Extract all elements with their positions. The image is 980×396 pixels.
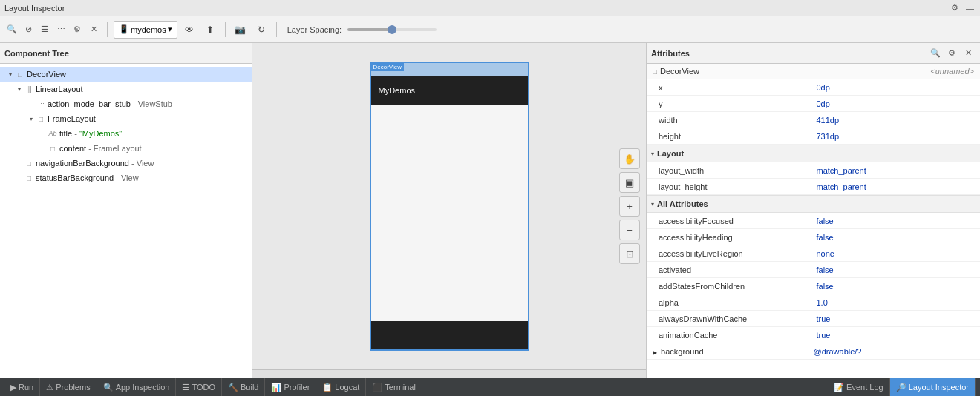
expand-icon[interactable]: ⋯ (53, 22, 68, 37)
all-attrs-section-header[interactable]: ▾ All Attributes (647, 195, 980, 213)
status-profiler-label: Profiler (284, 383, 310, 392)
status-event-log-label: Event Log (846, 383, 883, 392)
main-container: 🔍 ⊘ ☰ ⋯ ⚙ ✕ 📱 mydemos ▾ 👁 ⬆ 📷 ↻ Layer Sp… (0, 16, 980, 396)
attr-settings-btn[interactable]: ⚙ (944, 46, 959, 61)
status-todo[interactable]: ☰ TODO (176, 378, 222, 396)
export-icon[interactable]: ⬆ (201, 21, 219, 39)
tree-arrow-decorview[interactable]: ▾ (6, 70, 15, 79)
status-problems[interactable]: ⚠ Problems (40, 378, 97, 396)
background-expand-arrow[interactable]: ▶ (653, 349, 657, 356)
tree-label-content: content - FrameLayout (59, 144, 142, 153)
status-event-log[interactable]: 📝 Event Log (828, 378, 890, 396)
tree-arrow-content (39, 144, 48, 153)
attr-value-a11y-live: none (817, 249, 975, 258)
component-tree-panel: Component Tree ▾ □ DecorView ▾ ||| Linea… (0, 43, 252, 378)
layout-inspector-icon: 🔎 (896, 383, 906, 392)
search-icon[interactable]: 🔍 (4, 22, 19, 37)
device-viewport[interactable]: DecorView MyDemos ✋ ▣ + − ⊡ (252, 43, 646, 369)
attr-value-layout-height: match_parent (817, 182, 975, 191)
zoom-out-btn[interactable]: − (619, 220, 640, 240)
status-profiler[interactable]: 📊 Profiler (265, 378, 316, 396)
attr-name-width: width (653, 116, 817, 125)
tree-arrow-framelayout[interactable]: ▾ (27, 114, 36, 123)
status-bar: ▶ Run ⚠ Problems 🔍 App Inspection ☰ TODO… (0, 378, 980, 396)
tree-item-title[interactable]: Ab title - "MyDemos" (0, 126, 252, 141)
tree-item-content[interactable]: □ content - FrameLayout (0, 141, 252, 156)
status-terminal[interactable]: ⬛ Terminal (366, 378, 422, 396)
tree-arrow-navbar-bg (15, 159, 24, 168)
tree-arrow-linearlayout[interactable]: ▾ (15, 85, 24, 93)
layout-section-header[interactable]: ▾ Layout (647, 145, 980, 162)
tree-item-decorview[interactable]: ▾ □ DecorView (0, 67, 252, 82)
title-bar-title: Layout Inspector (4, 4, 65, 13)
side-tools: ✋ ▣ + − ⊡ (619, 148, 640, 264)
attr-view-unnamed: <unnamed> (930, 67, 974, 76)
pan-tool-btn[interactable]: ✋ (619, 148, 640, 169)
status-logcat[interactable]: 📋 Logcat (316, 378, 366, 396)
all-attrs-arrow: ▾ (651, 201, 654, 208)
device-dropdown[interactable]: 📱 mydemos ▾ (114, 21, 177, 39)
separator-1 (107, 22, 108, 37)
profiler-icon: 📊 (271, 383, 281, 392)
snapshot-icon[interactable]: 📷 (232, 21, 249, 39)
all-attrs-section-title: All Attributes (657, 199, 708, 208)
tree-icon-content: □ (48, 143, 58, 154)
tree-arrow-stub (27, 99, 36, 108)
device-highlight-label: DecorView (371, 63, 405, 71)
run-icon: ▶ (10, 383, 16, 392)
attr-name-a11y-focused: accessibilityFocused (653, 217, 817, 225)
sort-icon[interactable]: ☰ (37, 22, 52, 37)
attr-view-icon: □ (653, 67, 657, 76)
filter-icon[interactable]: ⊘ (21, 22, 36, 37)
tree-item-linearlayout[interactable]: ▾ ||| LinearLayout (0, 82, 252, 96)
attr-row-layout-width: layout_width match_parent (647, 162, 980, 179)
eye-icon[interactable]: 👁 (180, 21, 198, 39)
status-app-inspection[interactable]: 🔍 App Inspection (97, 378, 177, 396)
attr-name-y: y (653, 99, 817, 108)
refresh-icon[interactable]: ↻ (252, 21, 270, 39)
layer-spacing-label: Layer Spacing: (287, 25, 342, 34)
zoom-in-btn[interactable]: + (619, 196, 640, 217)
tree-label-statusbar-bg: statusBarBackground - View (36, 174, 139, 182)
attr-close-btn[interactable]: ✕ (961, 46, 976, 61)
tree-label-linearlayout: LinearLayout (36, 85, 83, 93)
minimize-button[interactable]: — (964, 4, 976, 13)
status-build[interactable]: 🔨 Build (222, 378, 265, 396)
center-scrollbar[interactable] (252, 369, 646, 378)
attr-row-background: ▶ background @drawable/? (647, 343, 980, 360)
attr-row-y: y 0dp (647, 96, 980, 112)
tree-item-action-mode-bar-stub[interactable]: ⋯ action_mode_bar_stub - ViewStub (0, 96, 252, 111)
layers-tool-btn[interactable]: ▣ (619, 172, 640, 193)
status-run[interactable]: ▶ Run (4, 378, 40, 396)
tree-arrow-statusbar-bg (15, 174, 24, 182)
attr-name-a11y-heading: accessibilityHeading (653, 233, 817, 242)
tree-label-navbar-bg: navigationBarBackground - View (36, 159, 154, 168)
layout-section-title: Layout (657, 149, 684, 158)
attr-search-btn[interactable]: 🔍 (928, 46, 943, 61)
attr-content: x 0dp y 0dp width 411dp height 731dp ▾ (647, 79, 980, 378)
close-icon[interactable]: ✕ (86, 22, 101, 37)
app-inspection-icon: 🔍 (103, 383, 114, 392)
attr-value-a11y-focused: false (817, 217, 975, 225)
settings-icon[interactable]: ⚙ (70, 22, 85, 37)
background-label: background (661, 347, 704, 356)
attr-value-activated: false (817, 265, 975, 274)
fit-btn[interactable]: ⊡ (619, 243, 640, 264)
status-app-inspection-label: App Inspection (116, 383, 170, 392)
tree-content: ▾ □ DecorView ▾ ||| LinearLayout ⋯ actio… (0, 64, 252, 378)
tree-item-statusbar-bg[interactable]: □ statusBarBackground - View (0, 171, 252, 185)
status-layout-inspector-label: Layout Inspector (909, 383, 969, 392)
tree-item-framelayout[interactable]: ▾ □ FrameLayout (0, 111, 252, 126)
attr-value-y: 0dp (817, 99, 975, 108)
tree-item-navbar-bg[interactable]: □ navigationBarBackground - View (0, 156, 252, 171)
tree-label-framelayout: FrameLayout (48, 114, 96, 123)
tree-label-decorview: DecorView (27, 70, 66, 79)
attr-value-height: 731dp (817, 132, 975, 141)
attr-name-x: x (653, 83, 817, 92)
device-frame: DecorView MyDemos (370, 62, 529, 351)
status-layout-inspector[interactable]: 🔎 Layout Inspector (890, 378, 976, 396)
settings-button[interactable]: ⚙ (950, 3, 960, 13)
layer-spacing-slider[interactable] (347, 28, 437, 31)
tree-icon-title: Ab (48, 128, 58, 139)
attr-name-always-drawn: alwaysDrawnWithCache (653, 314, 817, 323)
